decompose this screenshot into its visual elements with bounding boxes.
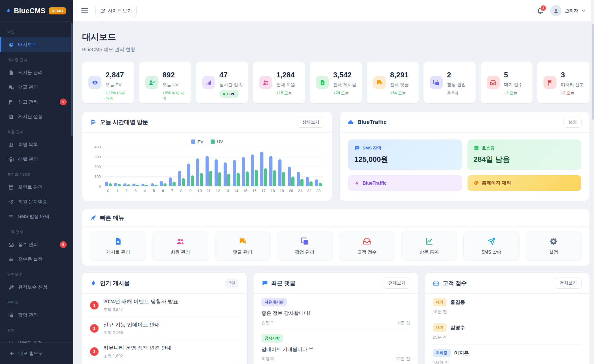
sidebar-item-label: SMS 발송 내역: [18, 213, 49, 220]
sidebar-item-접수폼 설정[interactable]: 접수폼 설정: [0, 252, 73, 267]
bar-group-hour-14[interactable]: [232, 147, 241, 186]
bar-group-hour-2[interactable]: [122, 147, 131, 186]
stat-card-활성 팝업[interactable]: 2활성 팝업총 5개: [423, 62, 476, 103]
popular-post-row[interactable]: 12024년 새해 이벤트 당첨자 발표조회 3,847: [90, 294, 239, 317]
quick-tile-게시물 관리[interactable]: 게시물 관리: [90, 232, 146, 261]
menu-toggle-button[interactable]: [81, 8, 88, 13]
sidebar-item-레벨 관리[interactable]: 레벨 관리: [0, 152, 73, 167]
comment-text: 업데이트 기대됩니다 ^^: [261, 346, 410, 353]
nav-section-label: 메인: [0, 24, 73, 37]
bt-panel-BlueTraffic[interactable]: BlueTraffic: [348, 175, 462, 191]
inquiry-name: 이지은: [454, 350, 469, 356]
palette-icon: [474, 180, 479, 186]
stat-card-실시간 접속[interactable]: 47실시간 접속LIVE: [196, 62, 248, 103]
bar-group-hour-19[interactable]: [277, 147, 286, 186]
sidebar-item-팝업 관리[interactable]: 팝업 관리: [0, 308, 73, 322]
y-tick-label: 200: [94, 165, 101, 169]
stat-card-전체 회원[interactable]: 1,284전체 회원+15 오늘: [253, 62, 305, 103]
bt-panel-SMS 잔액[interactable]: SMS 잔액125,000원: [348, 140, 462, 170]
bar-group-hour-5[interactable]: [150, 147, 159, 186]
layers-icon: [8, 157, 14, 162]
bar-group-hour-21[interactable]: [296, 147, 305, 186]
stat-card-전체 댓글[interactable]: 8,291전체 댓글+64 오늘: [367, 62, 419, 103]
bar-group-hour-23[interactable]: [314, 147, 323, 186]
bar-group-hour-17[interactable]: [259, 147, 268, 186]
quick-tile-회원 관리[interactable]: 회원 관리: [152, 232, 208, 261]
chart-detail-button[interactable]: 상세보기: [298, 117, 324, 128]
inquiry-row[interactable]: 대기김영수25분 전: [433, 319, 582, 345]
comment-row[interactable]: 자유게시판좋은 정보 감사합니다!김철수5분 전: [261, 294, 410, 330]
inquiry-row[interactable]: 처리중이지은1시간 전: [433, 345, 582, 364]
signal-icon: [202, 76, 215, 89]
sidebar-item-label: 게시판 설정: [18, 114, 43, 120]
comment-row[interactable]: 공지사항업데이트 기대됩니다 ^^이영희12분 전: [261, 330, 410, 364]
sidebar-item-회원 목록[interactable]: 회원 목록: [0, 137, 73, 152]
bar-group-hour-7[interactable]: [168, 147, 177, 186]
sidebar-item-회원 문자발송[interactable]: 회원 문자발송: [0, 195, 73, 209]
bar-group-hour-9[interactable]: [186, 147, 195, 186]
comments-view-all-button[interactable]: 전체보기: [384, 278, 410, 289]
quick-tile-팝업 관리[interactable]: 팝업 관리: [277, 232, 333, 261]
bar-group-hour-6[interactable]: [159, 147, 168, 186]
sidebar-item-대시보드[interactable]: 대시보드: [0, 37, 73, 52]
sidebar-item-방문자 통계[interactable]: 방문자 통계: [0, 336, 73, 343]
inquiries-view-all-button[interactable]: 전체보기: [555, 278, 582, 289]
quick-tile-설정[interactable]: 설정: [526, 232, 582, 261]
bt-panel-호스팅[interactable]: 호스팅284일 남음: [468, 140, 581, 170]
x-tick-label: 8: [177, 189, 186, 193]
demo-home-link[interactable]: 데모 홈으로: [0, 343, 73, 364]
inquiry-row[interactable]: 대기홍길동10분 전: [433, 294, 582, 319]
stat-card-오늘 PV[interactable]: 2,847오늘 PV+12% 어제 대비: [82, 62, 134, 103]
sidebar-item-접수 관리[interactable]: 접수 관리5: [0, 237, 73, 252]
popular-post-row[interactable]: 3커뮤니티 운영 정책 변경 안내조회 1,892: [90, 340, 239, 363]
quick-tile-SMS 발송[interactable]: SMS 발송: [463, 232, 519, 261]
sidebar-item-게시판 설정[interactable]: 게시판 설정: [0, 109, 73, 124]
bar-group-hour-12[interactable]: [213, 147, 222, 186]
inbox-icon: [433, 280, 439, 286]
stat-card-오늘 UV[interactable]: 892오늘 UV+8% 어제 대비: [139, 62, 191, 103]
bar-group-hour-8[interactable]: [177, 147, 186, 186]
bar-group-hour-11[interactable]: [204, 147, 213, 186]
bluetraffic-settings-button[interactable]: 설정: [564, 117, 582, 128]
bar-group-hour-22[interactable]: [305, 147, 314, 186]
sidebar-item-label: 팝업 관리: [18, 312, 38, 318]
sidebar-item-SMS 발송 내역[interactable]: SMS 발송 내역: [0, 209, 73, 224]
wrench-icon: [8, 285, 14, 290]
nav-section-label: 콘텐츠: [0, 295, 73, 308]
stat-card-전체 게시물[interactable]: 3,542전체 게시물+28 오늘: [310, 62, 362, 103]
bar-group-hour-4[interactable]: [140, 147, 149, 186]
bar-group-hour-10[interactable]: [195, 147, 204, 186]
bar-group-hour-18[interactable]: [268, 147, 277, 186]
hourly-visits-card: 오늘 시간대별 방문 상세보기 PVUV 4003002001000: [82, 112, 332, 201]
user-menu[interactable]: 관리자: [550, 5, 586, 16]
bar-group-hour-16[interactable]: [250, 147, 259, 186]
bar-group-hour-13[interactable]: [222, 147, 232, 186]
view-site-button[interactable]: 사이트 보기: [95, 5, 137, 17]
quick-tile-고객 접수[interactable]: 고객 접수: [339, 232, 395, 261]
x-tick-label: 5: [149, 189, 158, 193]
stat-card-대기 접수[interactable]: 5대기 접수+3 오늘: [481, 62, 533, 103]
sidebar-scrollbar[interactable]: [71, 23, 73, 136]
popular-posts-list: 12024년 새해 이벤트 당첨자 발표조회 3,8472신규 기능 업데이트 …: [82, 294, 247, 364]
stat-card-미처리 신고[interactable]: 3미처리 신고+2 오늘: [537, 62, 589, 103]
quick-tile-label: 팝업 관리: [295, 249, 314, 255]
bar-group-hour-3[interactable]: [131, 147, 140, 186]
server-icon: [474, 145, 479, 151]
sidebar-item-포인트 관리[interactable]: 포인트 관리: [0, 180, 73, 195]
notifications-button[interactable]: 3: [537, 8, 543, 14]
sidebar-item-게시물 관리[interactable]: 게시물 관리: [0, 65, 73, 80]
period-badge: 7일: [225, 279, 239, 288]
popular-post-row[interactable]: 2신규 기능 업데이트 안내조회 2,156: [90, 317, 239, 340]
bt-panel-홈페이지 제작[interactable]: 홈페이지 제작: [468, 175, 581, 191]
page-scrollbar[interactable]: [591, 0, 594, 364]
sidebar-item-댓글 관리[interactable]: 댓글 관리: [0, 80, 73, 95]
bar-group-hour-15[interactable]: [241, 147, 250, 186]
quick-tile-댓글 관리[interactable]: 댓글 관리: [215, 232, 270, 261]
sidebar-item-label: 방문자 통계: [18, 340, 43, 343]
bar-group-hour-1[interactable]: [113, 147, 122, 186]
bar-group-hour-0[interactable]: [104, 147, 113, 186]
quick-tile-방문 통계[interactable]: 방문 통계: [401, 232, 457, 261]
sidebar-item-신고 관리[interactable]: 신고 관리3: [0, 95, 73, 109]
sidebar-item-유지보수 신청[interactable]: 유지보수 신청: [0, 280, 73, 295]
bar-group-hour-20[interactable]: [287, 147, 296, 186]
